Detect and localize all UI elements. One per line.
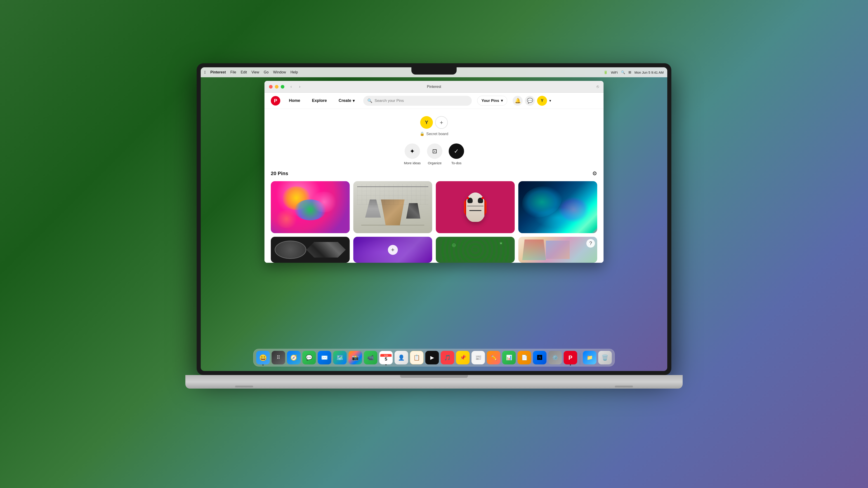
todos-action[interactable]: ✓ To-dos: [449, 143, 464, 165]
back-button[interactable]: ‹: [288, 84, 294, 90]
pinterest-logo[interactable]: P: [271, 96, 280, 105]
filter-icon[interactable]: ⚙: [592, 170, 597, 177]
pins-grid: + ⊕ ✶: [271, 181, 597, 263]
close-button[interactable]: [269, 85, 273, 89]
pin-card-8[interactable]: ?: [518, 237, 597, 263]
pin-card-3[interactable]: [436, 181, 515, 233]
account-chevron-icon[interactable]: ▾: [549, 98, 551, 103]
dock-safari[interactable]: 🧭: [287, 351, 301, 364]
organize-icon-box: ⊡: [427, 143, 442, 159]
dock-photos[interactable]: 📸: [348, 351, 362, 364]
notch: [411, 67, 457, 74]
forward-button[interactable]: ›: [297, 84, 303, 90]
pin-card-4[interactable]: [518, 181, 597, 233]
chevron-down-icon: ▾: [352, 98, 355, 103]
nav-icons: 🔔 💬 Y ▾: [513, 96, 551, 106]
dock-divider: [580, 353, 580, 364]
browser-title: Pinterest: [427, 85, 441, 89]
pin-card-5[interactable]: [271, 237, 350, 263]
dock-downloads[interactable]: 📁: [583, 351, 596, 364]
browser-chrome: ‹ › Pinterest ⎋: [265, 81, 603, 93]
explore-nav-link[interactable]: Explore: [309, 96, 330, 105]
menubar-right: 🔋 WiFi 🔍 ⊞ Mon Jun 5 9:41 AM: [603, 70, 664, 74]
macbook-foot-left: [235, 386, 253, 387]
board-owner-avatar: Y: [420, 116, 433, 129]
dock-reminders[interactable]: 📋: [410, 351, 424, 364]
board-actions: ✦ More ideas ⊡ Organize ✓: [265, 142, 603, 170]
screen:  Pinterest File Edit View Go Window Hel…: [197, 63, 671, 375]
view-menu-item[interactable]: View: [251, 70, 259, 74]
window-menu-item[interactable]: Window: [273, 70, 286, 74]
edit-menu-item[interactable]: Edit: [241, 70, 247, 74]
dock: 😀 ⠿ 🧭 💬 ✉️ 🗺️: [253, 349, 615, 366]
dock-systemsettings[interactable]: ⚙️: [548, 351, 562, 364]
dock-facetime[interactable]: 📹: [364, 351, 377, 364]
dock-finder[interactable]: 😀: [256, 351, 270, 364]
checkmark-icon: ✓: [454, 148, 459, 155]
battery-icon: 🔋: [603, 70, 608, 74]
dock-maps[interactable]: 🗺️: [333, 351, 347, 364]
pin-card-7[interactable]: ⊕ ✶: [436, 237, 515, 263]
dock-pinterest[interactable]: P: [564, 351, 577, 364]
more-ideas-icon-box: ✦: [405, 143, 420, 159]
dock-textedit[interactable]: ✏️: [487, 351, 500, 364]
dock-miro[interactable]: 📌: [456, 351, 470, 364]
board-avatars: Y +: [420, 116, 448, 129]
todos-icon-box: ✓: [449, 143, 464, 159]
pin-card-6[interactable]: +: [353, 237, 432, 263]
your-pins-button[interactable]: Your Pins ▾: [477, 96, 507, 105]
add-collaborator-button[interactable]: +: [435, 116, 448, 129]
pinterest-navbar: P Home Explore Create ▾ 🔍 Search your Pi…: [265, 93, 603, 109]
dock-numbers[interactable]: 📊: [502, 351, 516, 364]
dock-trash[interactable]: 🗑️: [598, 351, 612, 364]
pins-header: 20 Pins ⚙: [271, 170, 597, 177]
dock-mail[interactable]: ✉️: [318, 351, 331, 364]
pin-card-2[interactable]: [353, 181, 432, 233]
help-menu-item[interactable]: Help: [290, 70, 298, 74]
create-nav-button[interactable]: Create ▾: [336, 96, 358, 105]
more-ideas-label: More ideas: [404, 161, 421, 165]
traffic-lights: [269, 85, 284, 89]
dock-appstore[interactable]: 🅰: [533, 351, 547, 364]
file-menu-item[interactable]: File: [230, 70, 236, 74]
dock-contacts[interactable]: 👤: [395, 351, 408, 364]
organize-icon: ⊡: [432, 148, 437, 155]
maximize-button[interactable]: [281, 85, 284, 89]
dock-appletv[interactable]: ▶: [426, 351, 439, 364]
app-menu-item[interactable]: Pinterest: [211, 70, 226, 74]
pins-count: 20 Pins: [271, 170, 288, 176]
dock-calendar[interactable]: JUN 5: [379, 351, 393, 364]
clock: Mon Jun 5 9:41 AM: [634, 70, 664, 74]
sparkle-icon: ✦: [410, 148, 415, 155]
pins-section: 20 Pins ⚙: [265, 170, 603, 263]
apple-logo-icon[interactable]: : [204, 70, 206, 75]
screen-content:  Pinterest File Edit View Go Window Hel…: [201, 67, 667, 371]
organize-action[interactable]: ⊡ Organize: [427, 143, 442, 165]
home-nav-link[interactable]: Home: [286, 96, 303, 105]
search-menubar-icon[interactable]: 🔍: [621, 70, 625, 74]
dock-pages[interactable]: 📄: [518, 351, 531, 364]
user-avatar-button[interactable]: Y: [537, 96, 547, 106]
macbook-body: [185, 375, 683, 389]
lock-icon: 🔒: [420, 131, 425, 136]
dock-messages[interactable]: 💬: [303, 351, 316, 364]
pin-card-1[interactable]: [271, 181, 350, 233]
board-header: Y + 🔒 Secret board: [265, 109, 603, 142]
messages-button[interactable]: 💬: [525, 96, 535, 106]
dock-launchpad[interactable]: ⠿: [272, 351, 285, 364]
control-center-icon[interactable]: ⊞: [628, 70, 631, 74]
macbook-feet: [235, 386, 633, 387]
dock-music[interactable]: 🎵: [441, 351, 454, 364]
search-bar[interactable]: 🔍 Search your Pins: [363, 96, 472, 106]
add-pin-overlay[interactable]: +: [388, 245, 398, 255]
more-ideas-action[interactable]: ✦ More ideas: [404, 143, 421, 165]
board-name: 🔒 Secret board: [420, 131, 448, 136]
browser-window: ‹ › Pinterest ⎋ P Home Explore Create: [265, 81, 603, 263]
minimize-button[interactable]: [275, 85, 278, 89]
notifications-button[interactable]: 🔔: [513, 96, 523, 106]
go-menu-item[interactable]: Go: [264, 70, 269, 74]
dock-news[interactable]: 📰: [471, 351, 485, 364]
browser-share-icon[interactable]: ⎋: [596, 84, 599, 89]
question-overlay[interactable]: ?: [586, 239, 595, 248]
organize-label: Organize: [428, 161, 442, 165]
